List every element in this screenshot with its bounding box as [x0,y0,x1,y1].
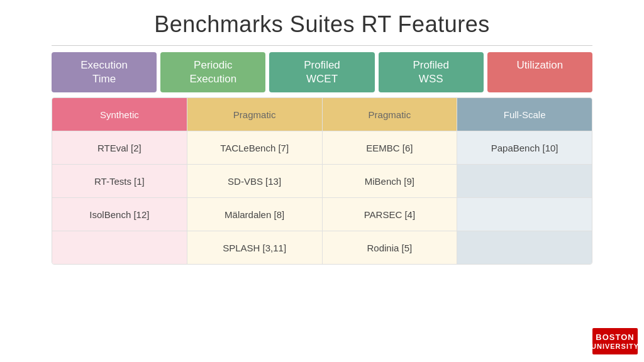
cell-papabench: PapaBench [10] [457,131,592,164]
cell-mibench: MiBench [9] [323,165,458,197]
header-profiled-wss: Profiled WSS [379,52,484,92]
cell-isolbench: IsolBench [12] [52,198,187,231]
cell-rttests: RT-Tests [1] [52,165,187,197]
slide-title: Benchmarks Suites RT Features [154,11,489,38]
header-utilization: Utilization [487,52,592,92]
cell-sdvbs: SD-VBS [13] [187,165,323,197]
cell-rteval: RTEval [2] [52,131,187,164]
cell-empty3 [52,231,187,264]
category-pragmatic2: Pragmatic [323,98,458,131]
slide: Benchmarks Suites RT Features Execution … [0,0,644,362]
benchmark-table: Synthetic Pragmatic Pragmatic Full-Scale… [52,97,592,265]
category-pragmatic1: Pragmatic [187,98,323,131]
cell-empty1 [457,165,592,197]
table-row: IsolBench [12] Mälardalen [8] PARSEC [4] [52,198,592,231]
cell-empty4 [457,231,592,264]
cell-empty2 [457,198,592,231]
header-profiled-wcet: Profiled WCET [269,52,374,92]
cell-rodinia: Rodinia [5] [323,231,458,264]
category-row: Synthetic Pragmatic Pragmatic Full-Scale [52,98,592,131]
cell-taclebench: TACLeBench [7] [187,131,323,164]
boston-university-logo: BOSTON UNIVERSITY [592,328,638,354]
table-row: RTEval [2] TACLeBench [7] EEMBC [6] Papa… [52,131,592,165]
bu-logo-line2: UNIVERSITY [591,343,639,350]
bu-logo-line1: BOSTON [596,332,634,343]
header-periodic-execution: Periodic Execution [160,52,265,92]
category-synthetic: Synthetic [52,98,187,131]
table-row: SPLASH [3,11] Rodinia [5] [52,231,592,264]
header-execution-time: Execution Time [52,52,157,92]
header-row: Execution Time Periodic Execution Profil… [52,52,592,92]
title-divider [52,45,592,46]
cell-malardalen: Mälardalen [8] [187,198,323,231]
cell-eembc: EEMBC [6] [323,131,458,164]
cell-splash: SPLASH [3,11] [187,231,323,264]
category-fullscale: Full-Scale [457,98,592,131]
table-row: RT-Tests [1] SD-VBS [13] MiBench [9] [52,165,592,198]
cell-parsec: PARSEC [4] [323,198,458,231]
